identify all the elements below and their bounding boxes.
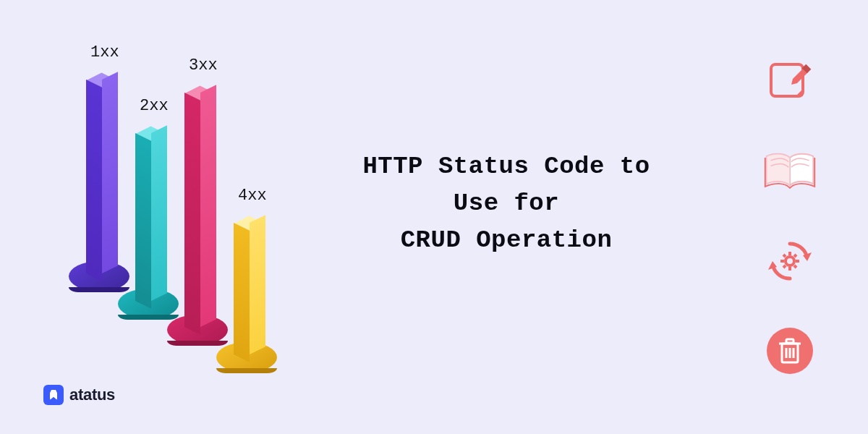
- svg-point-4: [786, 257, 794, 265]
- page-title: HTTP Status Code to Use for CRUD Operati…: [289, 148, 723, 259]
- bar-label-4xx: 4xx: [238, 187, 267, 205]
- svg-line-10: [794, 265, 796, 268]
- title-line-1: HTTP Status Code to: [362, 153, 650, 180]
- svg-rect-15: [786, 339, 793, 343]
- delete-icon: [762, 323, 817, 378]
- create-icon: [762, 54, 817, 109]
- svg-line-9: [783, 255, 786, 257]
- logo-mark-icon: [43, 385, 64, 405]
- update-icon: [762, 234, 817, 289]
- logo-text: atatus: [69, 386, 115, 404]
- bar-label-2xx: 2xx: [140, 97, 169, 115]
- brand-logo: atatus: [43, 385, 115, 405]
- crud-icon-column: [762, 54, 817, 378]
- status-code-bars: 1xx 2xx 3xx 4xx: [69, 43, 315, 347]
- title-line-3: CRUD Operation: [401, 226, 613, 254]
- svg-line-11: [783, 265, 786, 268]
- read-icon: [762, 144, 817, 199]
- svg-line-12: [794, 255, 796, 257]
- bar-label-3xx: 3xx: [189, 56, 218, 75]
- bar-label-1xx: 1xx: [90, 43, 119, 61]
- title-line-2: Use for: [454, 190, 559, 217]
